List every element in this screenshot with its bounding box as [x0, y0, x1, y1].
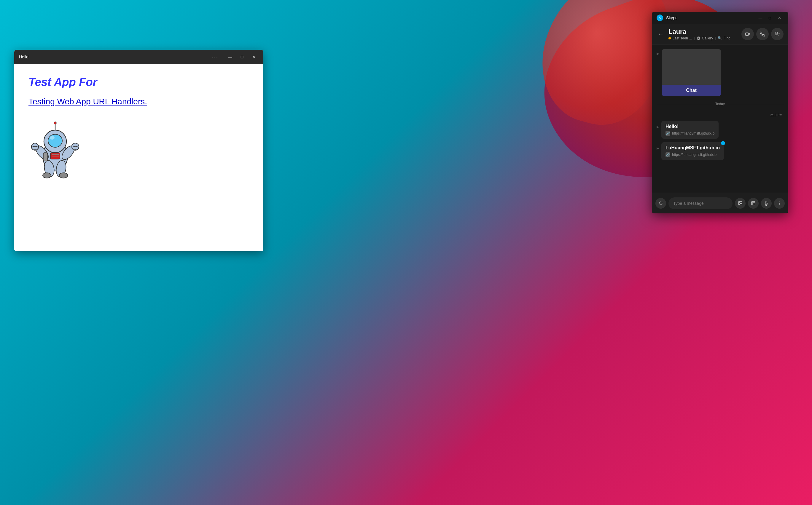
- message2-arrow-icon: ▶: [657, 146, 659, 150]
- message1-arrow-icon: ▶: [657, 125, 659, 129]
- skype-window: S Skype — □ ✕ ← Laura Last seen ... | 🖼 …: [652, 12, 788, 213]
- contact-info: Laura Last seen ... | 🖼 Gallery | 🔍 Find: [668, 28, 738, 40]
- astronaut-illustration: [28, 121, 82, 180]
- webapp-titlebar: Hello! ··· — □ ✕: [14, 50, 263, 64]
- skype-minimize-button[interactable]: —: [756, 14, 765, 21]
- skype-app-title: Skype: [666, 15, 756, 20]
- message2-bubble: LuHuangMSFT.github.io 🔗 https://luhuangm…: [661, 142, 724, 160]
- svg-point-26: [739, 202, 740, 203]
- audio-call-button[interactable]: [756, 28, 769, 40]
- message-input[interactable]: [668, 197, 732, 209]
- divider-line-left: [657, 104, 712, 104]
- message1-timestamp-area: 2:10 PM: [657, 112, 784, 117]
- microphone-icon: [764, 201, 769, 206]
- header-actions: [741, 28, 784, 40]
- status-text: Last seen ...: [673, 36, 692, 40]
- skype-close-button[interactable]: ✕: [775, 14, 784, 21]
- phone-icon: [760, 31, 765, 37]
- media-icon: [738, 201, 742, 206]
- back-button[interactable]: ←: [657, 29, 665, 38]
- contact-name: Laura: [668, 28, 738, 35]
- webapp-link[interactable]: Testing Web App URL Handlers.: [28, 97, 147, 107]
- link-icon: 🔗: [666, 131, 670, 136]
- message1-link-url: https://mandymsft.github.io: [672, 131, 714, 136]
- chat-card-label: Chat: [662, 85, 721, 96]
- skype-logo-icon: S: [657, 14, 663, 21]
- message-input-area: ☺: [652, 193, 788, 213]
- add-person-icon: [775, 31, 780, 37]
- svg-point-31: [779, 203, 780, 204]
- skype-titlebar: S Skype — □ ✕: [652, 12, 788, 24]
- svg-point-30: [779, 201, 780, 202]
- svg-point-32: [779, 204, 780, 205]
- svg-rect-16: [43, 153, 47, 161]
- message1-text: Hello!: [666, 124, 714, 129]
- contact-status: Last seen ... | 🖼 Gallery | 🔍 Find: [668, 36, 738, 40]
- more-options-icon: [777, 201, 782, 206]
- titlebar-dots: ···: [212, 54, 218, 60]
- astronaut-container: [28, 121, 249, 181]
- find-link[interactable]: Find: [724, 36, 730, 40]
- chat-card[interactable]: Chat: [662, 49, 721, 96]
- skype-maximize-button[interactable]: □: [766, 14, 774, 21]
- audio-button[interactable]: [761, 198, 772, 209]
- message2-row: ▶ LuHuangMSFT.github.io 🔗 https://luhuan…: [657, 142, 784, 160]
- message2-text: LuHuangMSFT.github.io: [666, 145, 720, 151]
- webapp-minimize-button[interactable]: —: [226, 53, 235, 61]
- image-button[interactable]: [748, 198, 759, 209]
- gallery-icon-small: 🖼: [697, 36, 700, 40]
- message2-link[interactable]: 🔗 https://luhuangmsft.github.io: [666, 152, 720, 157]
- emoji-button[interactable]: ☺: [655, 198, 666, 209]
- message1-timestamp: 2:10 PM: [770, 113, 782, 117]
- status-separator: |: [694, 36, 695, 40]
- webapp-heading: Test App For: [28, 76, 249, 89]
- svg-point-22: [776, 32, 777, 34]
- svg-point-15: [59, 173, 67, 178]
- media-attach-button[interactable]: [735, 198, 746, 209]
- message1-link[interactable]: 🔗 https://mandymsft.github.io: [666, 131, 714, 136]
- message2-link-url: https://luhuangmsft.github.io: [672, 153, 716, 157]
- svg-point-2: [48, 134, 62, 147]
- webapp-titlebar-controls: ··· — □ ✕: [212, 53, 259, 61]
- divider-line-right: [728, 104, 784, 104]
- video-call-button[interactable]: [741, 28, 754, 40]
- svg-point-13: [43, 173, 51, 178]
- webapp-window: Hello! ··· — □ ✕ Test App For Testing We…: [14, 50, 263, 251]
- message1-row: ▶ Hello! 🔗 https://mandymsft.github.io: [657, 121, 784, 139]
- find-icon-small: 🔍: [718, 36, 722, 40]
- message1-bubble: Hello! 🔗 https://mandymsft.github.io: [661, 121, 718, 139]
- today-label: Today: [715, 102, 725, 106]
- video-icon: [745, 31, 750, 37]
- skype-window-controls: — □ ✕: [756, 14, 784, 21]
- link-icon2: 🔗: [666, 152, 670, 157]
- chat-card-image: [662, 49, 721, 85]
- webapp-content: Test App For Testing Web App URL Handler…: [14, 64, 263, 251]
- skype-chat-header: ← Laura Last seen ... | 🖼 Gallery | 🔍 Fi…: [652, 24, 788, 44]
- add-participant-button[interactable]: [771, 28, 784, 40]
- status-dot-icon: [668, 37, 671, 39]
- webapp-window-title: Hello!: [19, 54, 212, 59]
- more-options-button[interactable]: [774, 198, 785, 209]
- chat-card-row: ▶ Chat: [657, 49, 784, 96]
- svg-rect-27: [752, 201, 755, 205]
- webapp-maximize-button[interactable]: □: [237, 53, 247, 61]
- status-separator2: |: [715, 36, 716, 40]
- image-icon: [751, 201, 756, 206]
- today-divider: Today: [657, 102, 784, 106]
- chat-body: ▶ Chat Today 2:10 PM ▶ Hello! 🔗 https://…: [652, 44, 788, 193]
- svg-point-3: [50, 136, 54, 140]
- webapp-link-container: Testing Web App URL Handlers.: [28, 97, 249, 118]
- gallery-link[interactable]: Gallery: [702, 36, 713, 40]
- svg-point-18: [54, 122, 56, 124]
- svg-rect-21: [746, 33, 749, 35]
- chat-card-arrow-icon: ▶: [657, 51, 659, 56]
- webapp-close-button[interactable]: ✕: [249, 53, 259, 61]
- message2-unread-dot: [721, 141, 725, 145]
